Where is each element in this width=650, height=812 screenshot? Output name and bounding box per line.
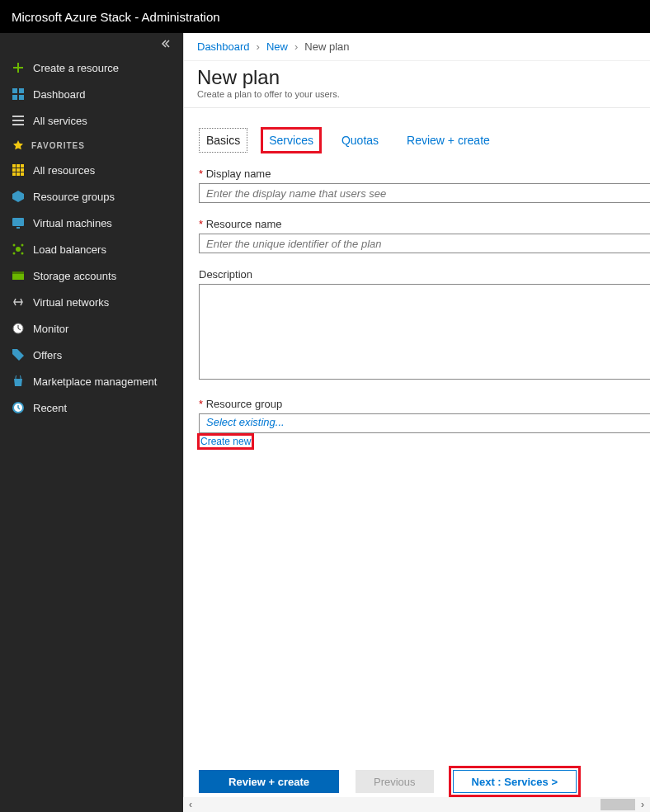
nav-label: Monitor (33, 323, 68, 335)
app-title: Microsoft Azure Stack - Administration (12, 10, 220, 24)
nav-label: Virtual machines (33, 217, 112, 229)
clock-icon (12, 401, 25, 414)
nav-recent[interactable]: Recent (0, 394, 183, 421)
scroll-thumb[interactable] (601, 799, 635, 810)
resource-group-placeholder: Select existing... (206, 416, 285, 428)
marketplace-icon (12, 375, 25, 388)
footer-actions: Review + create Previous Next : Services… (199, 767, 650, 795)
sidebar-collapse[interactable] (0, 33, 183, 54)
content-area: Basics Services Quotas Review + create D… (184, 108, 650, 812)
chevron-right-icon: › (294, 40, 298, 53)
description-input[interactable] (199, 284, 650, 380)
tab-services[interactable]: Services (262, 129, 320, 152)
nav-marketplace[interactable]: Marketplace management (0, 368, 183, 394)
chevron-left-icon (158, 37, 172, 50)
nav-dashboard[interactable]: Dashboard (0, 81, 183, 107)
loadbalancer-icon (12, 243, 25, 256)
scroll-left-icon[interactable]: ‹ (183, 799, 198, 810)
svg-rect-8 (16, 168, 20, 172)
svg-point-19 (21, 253, 24, 255)
svg-rect-14 (16, 227, 20, 229)
dashboard-icon (12, 87, 25, 101)
svg-rect-21 (12, 271, 24, 274)
svg-rect-9 (21, 168, 24, 172)
page-subtitle: Create a plan to offer to your users. (197, 89, 637, 99)
nav-resource-groups[interactable]: Resource groups (0, 183, 183, 210)
nav-load-balancers[interactable]: Load balancers (0, 236, 183, 262)
svg-rect-7 (12, 168, 16, 172)
nav-label: Marketplace management (33, 375, 157, 388)
nav-label: Dashboard (33, 88, 86, 101)
tab-basics[interactable]: Basics (199, 128, 247, 153)
svg-rect-11 (16, 172, 20, 176)
svg-rect-1 (19, 88, 24, 93)
nav-label: All services (33, 115, 87, 127)
display-name-label: Display name (199, 168, 650, 180)
svg-rect-3 (19, 95, 24, 100)
svg-rect-4 (12, 164, 16, 168)
tabs: Basics Services Quotas Review + create (199, 128, 650, 153)
nav-offers[interactable]: Offers (0, 342, 183, 368)
field-description: Description (199, 268, 650, 383)
nav-storage-accounts[interactable]: Storage accounts (0, 262, 183, 289)
field-display-name: Display name (199, 168, 650, 203)
star-icon (12, 139, 25, 152)
nav-label: Storage accounts (33, 270, 116, 282)
tab-quotas[interactable]: Quotas (335, 129, 385, 152)
svg-rect-13 (12, 218, 24, 226)
nav-virtual-networks[interactable]: Virtual networks (0, 289, 183, 315)
svg-point-16 (13, 244, 16, 247)
nav-all-resources[interactable]: All resources (0, 157, 183, 183)
main-panel: Dashboard › New › New plan New plan Crea… (183, 33, 650, 812)
review-create-button[interactable]: Review + create (199, 770, 339, 793)
nav-all-services[interactable]: All services (0, 107, 183, 134)
svg-point-17 (21, 244, 24, 247)
description-label: Description (199, 268, 650, 281)
network-icon (12, 295, 25, 309)
breadcrumb-current: New plan (304, 40, 349, 53)
svg-point-15 (16, 247, 21, 252)
display-name-input[interactable] (199, 183, 650, 203)
scroll-track[interactable] (198, 797, 635, 812)
plus-icon (12, 61, 25, 74)
breadcrumb: Dashboard › New › New plan (184, 33, 650, 61)
svg-rect-5 (16, 164, 20, 168)
create-new-link[interactable]: Create new (199, 435, 252, 448)
scroll-right-icon[interactable]: › (635, 799, 650, 810)
tab-review-create[interactable]: Review + create (400, 129, 497, 152)
cube-icon (12, 190, 25, 203)
nav-label: Virtual networks (33, 296, 109, 309)
list-icon (12, 114, 25, 127)
breadcrumb-new[interactable]: New (266, 40, 288, 53)
svg-rect-2 (12, 95, 17, 100)
next-highlight: Next : Services > (450, 767, 579, 795)
grid-icon (12, 163, 25, 177)
nav-label: All resources (33, 164, 95, 177)
breadcrumb-dashboard[interactable]: Dashboard (197, 40, 250, 53)
field-resource-name: Resource name (199, 218, 650, 253)
sidebar: Create a resource Dashboard All services… (0, 33, 183, 812)
favorites-label: FAVORITES (31, 141, 85, 150)
field-resource-group: Resource group Select existing... Create… (199, 398, 650, 448)
monitor-icon (12, 322, 25, 335)
svg-rect-10 (12, 172, 16, 176)
nav-monitor[interactable]: Monitor (0, 315, 183, 342)
horizontal-scrollbar[interactable]: ‹ › (183, 797, 650, 812)
topbar: Microsoft Azure Stack - Administration (0, 0, 650, 33)
next-services-button[interactable]: Next : Services > (453, 770, 577, 793)
resource-group-select[interactable]: Select existing... (199, 413, 650, 433)
nav-virtual-machines[interactable]: Virtual machines (0, 210, 183, 236)
svg-point-18 (13, 253, 16, 255)
tag-icon (12, 348, 25, 361)
svg-rect-6 (21, 164, 24, 168)
storage-icon (12, 269, 25, 282)
nav-label: Create a resource (33, 62, 119, 74)
vm-icon (12, 216, 25, 229)
nav-label: Load balancers (33, 243, 106, 256)
resource-name-input[interactable] (199, 234, 650, 253)
previous-button[interactable]: Previous (356, 770, 434, 793)
nav-label: Resource groups (33, 191, 115, 203)
nav-create-resource[interactable]: Create a resource (0, 54, 183, 81)
svg-rect-0 (12, 88, 17, 93)
resource-name-label: Resource name (199, 218, 650, 230)
